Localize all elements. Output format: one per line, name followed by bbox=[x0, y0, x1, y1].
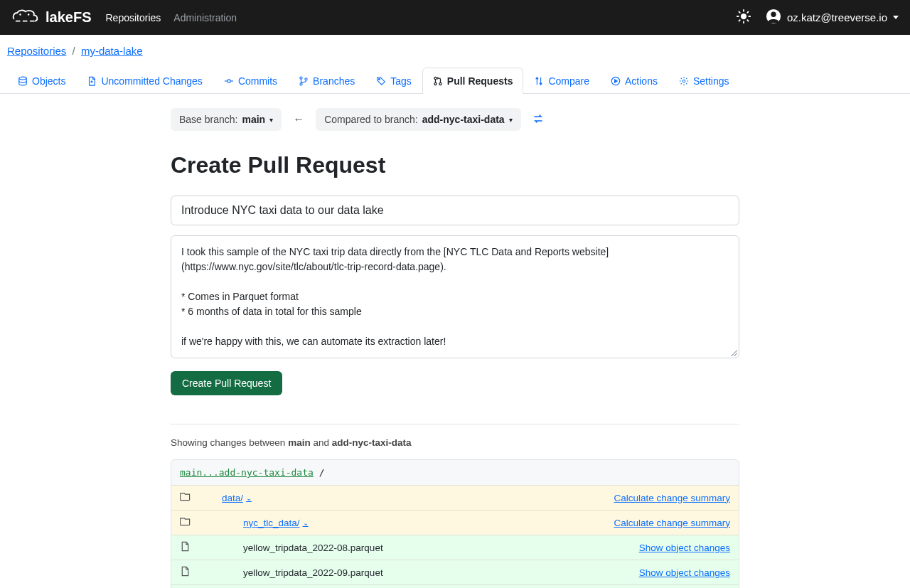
divider bbox=[171, 424, 739, 424]
diff-row-left: yellow_tripdata_2022-09.parquet bbox=[180, 566, 383, 579]
svg-line-9 bbox=[739, 20, 739, 21]
diff-row-left: nyc_tlc_data/⌄ bbox=[180, 516, 309, 529]
tab-compare[interactable]: Compare bbox=[523, 68, 600, 94]
diff-file-row: yellow_tripdata_2022-09.parquetShow obje… bbox=[171, 560, 739, 584]
diff-file-row: yellow_tripdata_2022-08.parquetShow obje… bbox=[171, 535, 739, 560]
user-email: oz.katz@treeverse.io bbox=[787, 11, 887, 23]
diff-folder-name[interactable]: data/⌄ bbox=[222, 493, 252, 503]
diff-file-name: yellow_tripdata_2022-08.parquet bbox=[243, 542, 383, 553]
main-container: Base branch: main ▾ ← Compared to branch… bbox=[171, 94, 739, 588]
repo-tabs: Objects Uncommitted Changes Commits Bran… bbox=[0, 67, 910, 94]
breadcrumb-repo[interactable]: my-data-lake bbox=[81, 45, 143, 57]
svg-point-16 bbox=[228, 80, 230, 82]
navbar: lakeFS Repositories Administration oz.ka… bbox=[0, 0, 910, 35]
svg-point-22 bbox=[379, 79, 380, 80]
logo-icon bbox=[11, 8, 40, 27]
brand-text: lakeFS bbox=[46, 9, 91, 26]
diff-summary: Showing changes between main and add-nyc… bbox=[171, 437, 739, 448]
diff-folder-name[interactable]: nyc_tlc_data/⌄ bbox=[243, 518, 309, 528]
svg-line-7 bbox=[739, 11, 739, 12]
show-changes-link[interactable]: Show object changes bbox=[639, 567, 730, 578]
svg-point-21 bbox=[305, 78, 307, 80]
tab-label: Settings bbox=[693, 75, 729, 87]
svg-point-25 bbox=[439, 82, 441, 85]
svg-point-1 bbox=[28, 14, 30, 16]
diff-summary-prefix: Showing changes between bbox=[171, 437, 288, 448]
show-changes-link[interactable]: Show object changes bbox=[639, 542, 730, 553]
tab-uncommitted[interactable]: Uncommitted Changes bbox=[76, 68, 213, 94]
tab-commits[interactable]: Commits bbox=[213, 68, 288, 94]
calculate-summary-link[interactable]: Calculate change summary bbox=[614, 518, 730, 528]
pr-title-input[interactable]: Introduce NYC taxi data to our data lake bbox=[171, 196, 739, 225]
diff-panel: main...add-nyc-taxi-data / data/⌄Calcula… bbox=[171, 459, 739, 588]
svg-line-8 bbox=[747, 20, 748, 21]
svg-line-10 bbox=[747, 11, 748, 12]
diff-row-left: yellow_tripdata_2022-08.parquet bbox=[180, 541, 383, 554]
page-title: Create Pull Request bbox=[171, 152, 739, 178]
svg-point-13 bbox=[19, 77, 27, 80]
diff-ref-link[interactable]: main...add-nyc-taxi-data bbox=[180, 467, 314, 478]
tab-label: Commits bbox=[238, 75, 277, 87]
nav-administration[interactable]: Administration bbox=[173, 12, 237, 23]
nav-links: Repositories Administration bbox=[105, 12, 237, 23]
navbar-right: oz.katz@treeverse.io bbox=[736, 9, 899, 26]
base-branch-label: Base branch: bbox=[179, 114, 238, 125]
diff-row-left: data/⌄ bbox=[180, 491, 252, 504]
tab-label: Pull Requests bbox=[447, 75, 513, 87]
tab-settings[interactable]: Settings bbox=[668, 68, 740, 94]
svg-point-20 bbox=[300, 83, 302, 85]
tab-pull-requests[interactable]: Pull Requests bbox=[422, 68, 524, 94]
tab-label: Branches bbox=[313, 75, 355, 87]
diff-folder-row: data/⌄Calculate change summary bbox=[171, 485, 739, 510]
folder-icon bbox=[180, 491, 191, 504]
arrow-left-icon: ← bbox=[293, 113, 304, 126]
tab-label: Compare bbox=[548, 75, 589, 87]
base-branch-selector[interactable]: Base branch: main ▾ bbox=[171, 108, 282, 131]
file-icon bbox=[180, 541, 191, 554]
tab-label: Uncommitted Changes bbox=[101, 75, 202, 87]
chevron-down-icon: ⌄ bbox=[246, 494, 252, 502]
compare-branch-value: add-nyc-taxi-data bbox=[422, 114, 505, 125]
svg-point-0 bbox=[19, 14, 21, 16]
chevron-down-icon: ⌄ bbox=[303, 519, 309, 527]
breadcrumb: Repositories / my-data-lake bbox=[0, 35, 910, 67]
navbar-left: lakeFS Repositories Administration bbox=[11, 8, 237, 27]
pr-description-textarea[interactable]: I took this sample of the NYC taxi trip … bbox=[171, 235, 739, 358]
svg-point-12 bbox=[771, 12, 776, 17]
branch-selector-row: Base branch: main ▾ ← Compared to branch… bbox=[171, 108, 739, 131]
create-pr-button[interactable]: Create Pull Request bbox=[171, 371, 282, 395]
breadcrumb-root[interactable]: Repositories bbox=[7, 45, 66, 57]
chevron-down-icon bbox=[893, 16, 899, 19]
swap-branches-icon[interactable] bbox=[532, 113, 544, 127]
logo[interactable]: lakeFS bbox=[11, 8, 91, 27]
chevron-down-icon: ▾ bbox=[509, 116, 513, 124]
tab-label: Tags bbox=[390, 75, 412, 87]
tab-objects[interactable]: Objects bbox=[7, 68, 76, 94]
diff-path-suffix: / bbox=[314, 467, 325, 478]
compare-branch-selector[interactable]: Compared to branch: add-nyc-taxi-data ▾ bbox=[316, 108, 520, 131]
theme-toggle-icon[interactable] bbox=[736, 9, 751, 26]
diff-file-row: yellow_tripdata_2022-10.parquetShow obje… bbox=[171, 584, 739, 588]
diff-summary-and: and bbox=[311, 437, 332, 448]
nav-repositories[interactable]: Repositories bbox=[105, 12, 161, 23]
user-avatar-icon bbox=[766, 9, 781, 26]
diff-summary-base: main bbox=[288, 437, 311, 448]
diff-header: main...add-nyc-taxi-data / bbox=[171, 460, 739, 485]
svg-point-19 bbox=[300, 77, 302, 79]
tab-label: Actions bbox=[625, 75, 658, 87]
folder-icon bbox=[180, 516, 191, 529]
diff-summary-compare: add-nyc-taxi-data bbox=[332, 437, 412, 448]
svg-point-27 bbox=[682, 80, 685, 82]
chevron-down-icon: ▾ bbox=[269, 116, 273, 124]
calculate-summary-link[interactable]: Calculate change summary bbox=[614, 493, 730, 503]
user-menu[interactable]: oz.katz@treeverse.io bbox=[766, 9, 899, 26]
compare-branch-label: Compared to branch: bbox=[324, 114, 418, 125]
base-branch-value: main bbox=[242, 114, 266, 125]
file-icon bbox=[180, 566, 191, 579]
tab-actions[interactable]: Actions bbox=[600, 68, 668, 94]
tab-tags[interactable]: Tags bbox=[365, 68, 422, 94]
tab-branches[interactable]: Branches bbox=[288, 68, 365, 94]
svg-point-23 bbox=[434, 77, 437, 79]
diff-folder-row: nyc_tlc_data/⌄Calculate change summary bbox=[171, 510, 739, 535]
svg-point-24 bbox=[434, 82, 437, 85]
